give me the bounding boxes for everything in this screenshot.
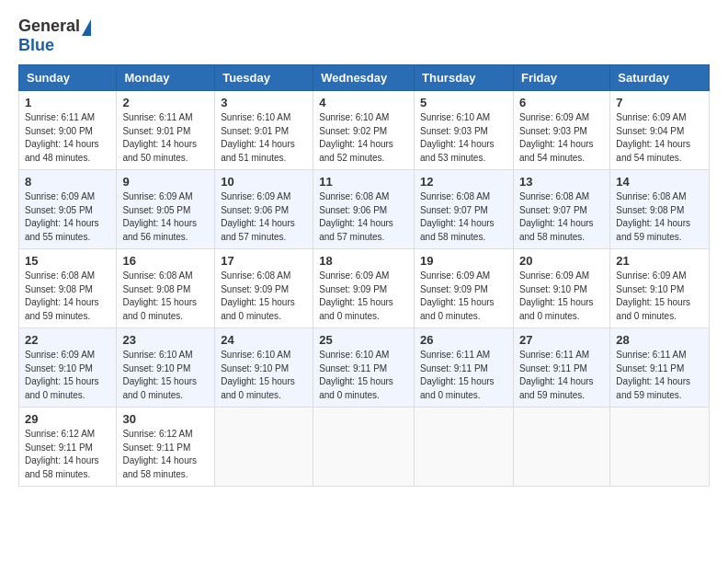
- day-cell: 13 Sunrise: 6:08 AMSunset: 9:07 PMDaylig…: [513, 170, 609, 249]
- header-row: SundayMondayTuesdayWednesdayThursdayFrid…: [19, 65, 710, 91]
- day-detail: Sunrise: 6:08 AMSunset: 9:06 PMDaylight:…: [319, 191, 393, 242]
- header-cell-wednesday: Wednesday: [313, 65, 415, 91]
- day-cell: 16 Sunrise: 6:08 AMSunset: 9:08 PMDaylig…: [117, 249, 215, 328]
- header-cell-monday: Monday: [117, 65, 215, 91]
- day-detail: Sunrise: 6:08 AMSunset: 9:08 PMDaylight:…: [616, 191, 690, 242]
- day-detail: Sunrise: 6:09 AMSunset: 9:10 PMDaylight:…: [616, 270, 690, 321]
- day-cell: 8 Sunrise: 6:09 AMSunset: 9:05 PMDayligh…: [19, 170, 117, 249]
- day-cell: 22 Sunrise: 6:09 AMSunset: 9:10 PMDaylig…: [19, 328, 117, 408]
- day-detail: Sunrise: 6:11 AMSunset: 9:11 PMDaylight:…: [519, 350, 594, 400]
- day-detail: Sunrise: 6:11 AMSunset: 9:01 PMDaylight:…: [122, 112, 197, 163]
- week-row-5: 29 Sunrise: 6:12 AMSunset: 9:11 PMDaylig…: [19, 408, 710, 487]
- day-detail: Sunrise: 6:09 AMSunset: 9:09 PMDaylight:…: [420, 270, 495, 321]
- day-cell: 27 Sunrise: 6:11 AMSunset: 9:11 PMDaylig…: [513, 328, 609, 408]
- day-cell: 17 Sunrise: 6:08 AMSunset: 9:09 PMDaylig…: [215, 249, 313, 328]
- day-detail: Sunrise: 6:09 AMSunset: 9:05 PMDaylight:…: [122, 191, 197, 242]
- day-number: 30: [122, 412, 209, 426]
- day-detail: Sunrise: 6:08 AMSunset: 9:07 PMDaylight:…: [420, 191, 495, 242]
- day-detail: Sunrise: 6:08 AMSunset: 9:09 PMDaylight:…: [221, 270, 295, 321]
- day-cell: 10 Sunrise: 6:09 AMSunset: 9:06 PMDaylig…: [215, 170, 313, 249]
- logo-general-text: General: [18, 17, 80, 36]
- day-detail: Sunrise: 6:09 AMSunset: 9:03 PMDaylight:…: [519, 112, 594, 163]
- week-row-1: 1 Sunrise: 6:11 AMSunset: 9:00 PMDayligh…: [19, 91, 710, 170]
- page: General Blue SundayMondayTuesdayWednesda…: [0, 0, 728, 503]
- day-detail: Sunrise: 6:09 AMSunset: 9:04 PMDaylight:…: [616, 112, 690, 163]
- day-number: 23: [122, 333, 209, 347]
- day-number: 29: [25, 412, 110, 426]
- day-cell: 1 Sunrise: 6:11 AMSunset: 9:00 PMDayligh…: [19, 91, 117, 170]
- day-cell: 11 Sunrise: 6:08 AMSunset: 9:06 PMDaylig…: [313, 170, 415, 249]
- day-cell: 24 Sunrise: 6:10 AMSunset: 9:10 PMDaylig…: [215, 328, 313, 408]
- day-number: 5: [420, 96, 507, 109]
- header-cell-saturday: Saturday: [610, 65, 710, 91]
- day-detail: Sunrise: 6:10 AMSunset: 9:02 PMDaylight:…: [319, 112, 393, 163]
- calendar-table: SundayMondayTuesdayWednesdayThursdayFrid…: [18, 64, 710, 487]
- day-cell: 3 Sunrise: 6:10 AMSunset: 9:01 PMDayligh…: [215, 91, 313, 170]
- logo: General Blue: [18, 17, 91, 55]
- day-detail: Sunrise: 6:11 AMSunset: 9:00 PMDaylight:…: [25, 112, 99, 163]
- day-number: 15: [25, 254, 110, 268]
- day-cell: 19 Sunrise: 6:09 AMSunset: 9:09 PMDaylig…: [415, 249, 514, 328]
- day-detail: Sunrise: 6:11 AMSunset: 9:11 PMDaylight:…: [616, 350, 690, 400]
- day-detail: Sunrise: 6:12 AMSunset: 9:11 PMDaylight:…: [122, 429, 197, 479]
- day-number: 1: [25, 96, 110, 109]
- day-number: 22: [25, 333, 110, 347]
- day-cell: 30 Sunrise: 6:12 AMSunset: 9:11 PMDaylig…: [117, 408, 215, 487]
- day-cell: 14 Sunrise: 6:08 AMSunset: 9:08 PMDaylig…: [610, 170, 710, 249]
- day-detail: Sunrise: 6:09 AMSunset: 9:10 PMDaylight:…: [519, 270, 594, 321]
- day-cell: [610, 408, 710, 487]
- week-row-3: 15 Sunrise: 6:08 AMSunset: 9:08 PMDaylig…: [19, 249, 710, 328]
- day-cell: 12 Sunrise: 6:08 AMSunset: 9:07 PMDaylig…: [415, 170, 514, 249]
- day-number: 27: [519, 333, 604, 347]
- day-number: 3: [221, 96, 307, 109]
- day-cell: 7 Sunrise: 6:09 AMSunset: 9:04 PMDayligh…: [610, 91, 710, 170]
- day-cell: 2 Sunrise: 6:11 AMSunset: 9:01 PMDayligh…: [117, 91, 215, 170]
- day-detail: Sunrise: 6:09 AMSunset: 9:06 PMDaylight:…: [221, 191, 295, 242]
- day-number: 14: [616, 175, 703, 189]
- day-cell: 5 Sunrise: 6:10 AMSunset: 9:03 PMDayligh…: [415, 91, 514, 170]
- day-cell: 20 Sunrise: 6:09 AMSunset: 9:10 PMDaylig…: [513, 249, 609, 328]
- day-number: 25: [319, 333, 408, 347]
- day-cell: [513, 408, 609, 487]
- day-detail: Sunrise: 6:10 AMSunset: 9:01 PMDaylight:…: [221, 112, 295, 163]
- day-number: 10: [221, 175, 307, 189]
- day-number: 19: [420, 254, 507, 268]
- day-cell: 26 Sunrise: 6:11 AMSunset: 9:11 PMDaylig…: [415, 328, 514, 408]
- day-number: 21: [616, 254, 703, 268]
- day-cell: 15 Sunrise: 6:08 AMSunset: 9:08 PMDaylig…: [19, 249, 117, 328]
- header-cell-friday: Friday: [513, 65, 609, 91]
- day-cell: [215, 408, 313, 487]
- day-detail: Sunrise: 6:09 AMSunset: 9:10 PMDaylight:…: [25, 350, 99, 400]
- header-cell-thursday: Thursday: [415, 65, 514, 91]
- day-detail: Sunrise: 6:09 AMSunset: 9:09 PMDaylight:…: [319, 270, 393, 321]
- day-detail: Sunrise: 6:12 AMSunset: 9:11 PMDaylight:…: [25, 429, 99, 479]
- day-number: 20: [519, 254, 604, 268]
- day-detail: Sunrise: 6:09 AMSunset: 9:05 PMDaylight:…: [25, 191, 99, 242]
- day-detail: Sunrise: 6:10 AMSunset: 9:03 PMDaylight:…: [420, 112, 495, 163]
- day-cell: 9 Sunrise: 6:09 AMSunset: 9:05 PMDayligh…: [117, 170, 215, 249]
- day-cell: 28 Sunrise: 6:11 AMSunset: 9:11 PMDaylig…: [610, 328, 710, 408]
- day-cell: 18 Sunrise: 6:09 AMSunset: 9:09 PMDaylig…: [313, 249, 415, 328]
- day-number: 28: [616, 333, 703, 347]
- day-cell: 4 Sunrise: 6:10 AMSunset: 9:02 PMDayligh…: [313, 91, 415, 170]
- day-number: 4: [319, 96, 408, 109]
- day-number: 16: [122, 254, 209, 268]
- day-number: 11: [319, 175, 408, 189]
- header-cell-sunday: Sunday: [19, 65, 117, 91]
- header-cell-tuesday: Tuesday: [215, 65, 313, 91]
- day-cell: 25 Sunrise: 6:10 AMSunset: 9:11 PMDaylig…: [313, 328, 415, 408]
- day-cell: 29 Sunrise: 6:12 AMSunset: 9:11 PMDaylig…: [19, 408, 117, 487]
- day-number: 2: [122, 96, 209, 109]
- week-row-2: 8 Sunrise: 6:09 AMSunset: 9:05 PMDayligh…: [19, 170, 710, 249]
- day-number: 13: [519, 175, 604, 189]
- day-detail: Sunrise: 6:08 AMSunset: 9:08 PMDaylight:…: [122, 270, 197, 321]
- day-detail: Sunrise: 6:10 AMSunset: 9:11 PMDaylight:…: [319, 350, 393, 400]
- day-number: 24: [221, 333, 307, 347]
- day-detail: Sunrise: 6:11 AMSunset: 9:11 PMDaylight:…: [420, 350, 495, 400]
- day-number: 9: [122, 175, 209, 189]
- day-cell: 23 Sunrise: 6:10 AMSunset: 9:10 PMDaylig…: [117, 328, 215, 408]
- day-cell: [313, 408, 415, 487]
- week-row-4: 22 Sunrise: 6:09 AMSunset: 9:10 PMDaylig…: [19, 328, 710, 408]
- day-number: 26: [420, 333, 507, 347]
- logo-blue-text: Blue: [18, 36, 54, 54]
